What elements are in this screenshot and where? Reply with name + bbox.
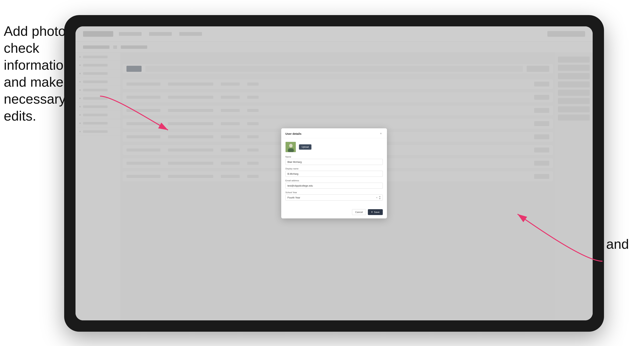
tablet-screen: User details ×: [76, 26, 593, 320]
photo-thumb-inner: [286, 142, 296, 152]
clear-icon[interactable]: ×: [376, 196, 378, 199]
svg-rect-3: [288, 148, 294, 151]
cancel-button[interactable]: Cancel: [352, 209, 366, 215]
name-input[interactable]: [286, 159, 383, 165]
display-name-field-group: Display name: [286, 168, 383, 177]
school-year-input[interactable]: [286, 194, 383, 200]
avatar: [286, 142, 296, 152]
upload-button[interactable]: Upload: [299, 144, 312, 150]
modal-overlay: User details ×: [76, 26, 593, 320]
modal-title: User details: [286, 132, 302, 135]
school-year-label: School Year: [286, 191, 383, 193]
modal-footer: Cancel ⬆ Save: [281, 207, 387, 218]
email-field-group: Email address: [286, 179, 383, 189]
photo-section: Upload: [286, 142, 383, 152]
save-button[interactable]: ⬆ Save: [368, 209, 383, 215]
save-label: Save: [374, 211, 380, 213]
user-details-modal: User details ×: [281, 128, 387, 218]
modal-body: Upload Name Display name Email addre: [281, 138, 387, 207]
close-icon[interactable]: ×: [379, 132, 383, 136]
email-label: Email address: [286, 179, 383, 182]
display-name-input[interactable]: [286, 171, 383, 177]
svg-point-1: [289, 144, 292, 148]
school-year-select-wrapper: × ▲▼: [286, 194, 383, 200]
tablet-frame: User details ×: [64, 15, 604, 332]
avatar-image: [286, 142, 296, 152]
chevron-down-icon[interactable]: ▲▼: [379, 195, 381, 200]
email-input[interactable]: [286, 183, 383, 189]
save-icon: ⬆: [371, 211, 373, 213]
display-name-label: Display name: [286, 168, 383, 170]
name-label: Name: [286, 156, 383, 158]
school-year-field-group: School Year × ▲▼: [286, 191, 383, 200]
modal-header: User details ×: [281, 128, 387, 138]
name-field-group: Name: [286, 156, 383, 165]
